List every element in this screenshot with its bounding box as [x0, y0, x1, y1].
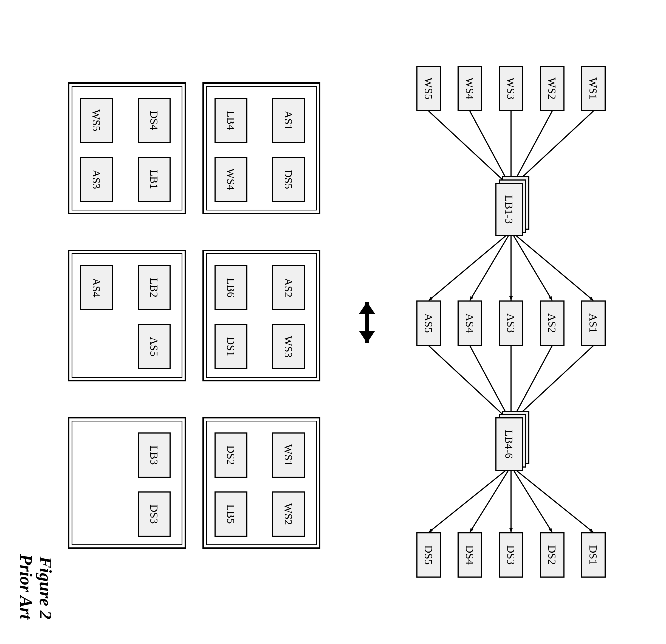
slot-label: DS1: [225, 337, 238, 356]
node-ws4: WS4: [457, 66, 482, 111]
slot-label: LB5: [225, 504, 238, 524]
host-slot: LB2: [138, 265, 171, 310]
host-slot: AS1: [272, 98, 305, 143]
svg-line-13: [470, 346, 508, 417]
host-slot: AS4: [80, 265, 113, 310]
svg-line-3: [470, 111, 508, 182]
host-slot: LB3: [138, 432, 171, 478]
node-label: DS5: [422, 545, 435, 565]
slot-label: WS3: [282, 336, 295, 358]
slot-label: AS5: [148, 337, 161, 356]
node-label: DS3: [505, 545, 518, 565]
node-label: LB4-6: [503, 430, 516, 458]
rotated-stage: WS1 WS2 WS3 WS4 WS5 LB1-3 AS1 AS2 AS3 AS…: [0, 0, 666, 644]
node-label: WS4: [463, 77, 476, 100]
node-label: AS5: [422, 313, 435, 333]
host-slot: AS2: [272, 265, 305, 310]
node-label: LB1-3: [503, 195, 516, 224]
host-inner: WS1 WS2 DS2 LB5: [206, 421, 317, 545]
node-label: DS4: [463, 545, 476, 565]
host-slot: DS4: [138, 98, 171, 143]
host-slot: LB1: [138, 157, 171, 202]
host-slot: WS4: [214, 157, 247, 202]
svg-line-10: [516, 346, 593, 417]
slot-label: WS5: [90, 109, 103, 132]
figure-page: WS1 WS2 WS3 WS4 WS5 LB1-3 AS1 AS2 AS3 AS…: [0, 0, 666, 644]
svg-line-11: [514, 346, 552, 417]
host-slot: DS3: [138, 491, 171, 537]
host-slot: LB5: [214, 491, 247, 537]
node-label: DS2: [546, 545, 559, 565]
host-inner: AS2 WS3 LB6 DS1: [206, 253, 317, 378]
node-as3: AS3: [499, 300, 523, 346]
svg-line-5: [516, 236, 593, 300]
node-label: AS3: [505, 313, 518, 333]
node-label: AS1: [587, 313, 600, 333]
node-ws1: WS1: [581, 66, 606, 111]
host-slot: AS5: [138, 324, 171, 369]
slot-label: LB1: [148, 170, 161, 189]
host-slot: DS1: [214, 324, 247, 369]
slot-label: LB3: [148, 445, 161, 465]
lb1-3-front: LB1-3: [495, 183, 523, 236]
slot-label: DS3: [148, 504, 161, 524]
host-1: AS1 DS5 LB4 WS4: [203, 82, 320, 214]
svg-line-16: [514, 471, 552, 532]
node-label: WS2: [546, 77, 559, 100]
host-slot: AS3: [80, 157, 113, 202]
node-label: AS4: [463, 313, 476, 333]
host-slot: WS2: [272, 491, 305, 537]
slot-label: LB6: [225, 278, 238, 297]
host-6: LB3 DS3: [68, 417, 186, 549]
node-ds4: DS4: [457, 532, 482, 578]
host-slot: WS5: [80, 98, 113, 143]
node-label: WS3: [505, 77, 518, 100]
node-as4: AS4: [457, 300, 482, 346]
host-inner: LB2 AS5 AS4: [72, 253, 182, 378]
host-inner: LB3 DS3: [72, 421, 182, 545]
node-ws2: WS2: [540, 66, 564, 111]
slot-label: WS2: [282, 503, 295, 525]
host-slot: LB4: [214, 98, 247, 143]
slot-label: DS2: [225, 445, 238, 465]
host-slot: DS2: [214, 432, 247, 478]
slot-label: AS4: [90, 278, 103, 297]
host-inner: AS1 DS5 LB4 WS4: [206, 86, 317, 210]
svg-line-1: [514, 111, 552, 182]
svg-line-14: [429, 346, 506, 417]
slot-label: LB4: [225, 110, 238, 130]
equivalence-arrow: [359, 302, 375, 343]
drawing-canvas: WS1 WS2 WS3 WS4 WS5 LB1-3 AS1 AS2 AS3 AS…: [0, 0, 666, 644]
host-slot: DS5: [272, 157, 305, 202]
slot-label: WS4: [225, 169, 238, 190]
slot-label: DS5: [282, 170, 295, 189]
node-ws3: WS3: [499, 66, 523, 111]
host-5: LB2 AS5 AS4: [68, 250, 186, 381]
figure-number: Figure 2: [36, 554, 55, 619]
node-ws5: WS5: [416, 66, 441, 111]
svg-line-9: [429, 236, 506, 300]
figure-caption: Figure 2 Prior Art: [16, 554, 55, 619]
host-inner: DS4 LB1 WS5 AS3: [72, 86, 182, 210]
host-2: AS2 WS3 LB6 DS1: [203, 250, 320, 381]
host-4: DS4 LB1 WS5 AS3: [68, 82, 186, 214]
node-label: WS5: [422, 77, 435, 100]
svg-line-8: [470, 236, 508, 300]
node-ds2: DS2: [540, 532, 564, 578]
figure-subtitle: Prior Art: [16, 554, 36, 619]
node-as2: AS2: [540, 300, 564, 346]
slot-label: AS1: [282, 110, 295, 130]
slot-label: AS2: [282, 278, 295, 297]
slot-label: LB2: [148, 278, 161, 297]
svg-line-19: [429, 471, 506, 532]
node-label: DS1: [587, 545, 600, 565]
lb4-6-front: LB4-6: [495, 417, 523, 471]
host-3: WS1 WS2 DS2 LB5: [203, 417, 320, 549]
node-ds5: DS5: [416, 532, 441, 578]
svg-line-15: [516, 471, 593, 532]
node-as5: AS5: [416, 300, 441, 346]
slot-label: WS1: [282, 444, 295, 466]
node-label: WS1: [587, 77, 600, 100]
slot-label: DS4: [148, 110, 161, 130]
node-ds1: DS1: [581, 532, 606, 578]
